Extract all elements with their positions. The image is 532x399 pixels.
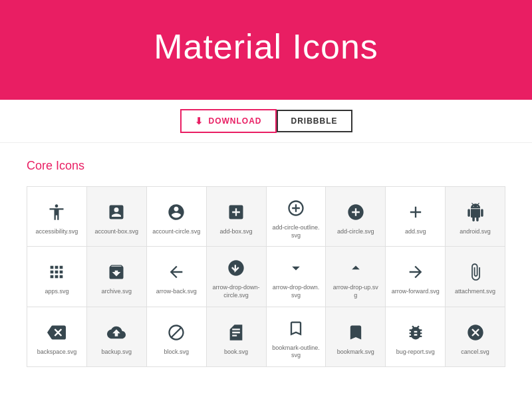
backup-cloud-icon: [104, 321, 128, 344]
dribbble-label: DRIBBBLE: [291, 116, 338, 126]
icon-cell[interactable]: backup.svg: [87, 307, 147, 367]
android-icon: [464, 200, 487, 224]
dribbble-button[interactable]: DRIBBBLE: [277, 110, 352, 132]
plus-box-icon: [224, 200, 248, 224]
icon-cell[interactable]: add.svg: [386, 187, 446, 247]
icon-label: arrow-forward.svg: [392, 288, 440, 296]
backspace-icon: [45, 321, 68, 344]
icon-cell[interactable]: accessibility.svg: [27, 187, 87, 247]
page-title: Material Icons: [13, 27, 519, 66]
person-circle-icon: [164, 200, 188, 224]
icon-cell[interactable]: android.svg: [446, 187, 505, 247]
icon-label: backup.svg: [102, 348, 132, 356]
book-icon: [224, 321, 248, 344]
icon-label: account-box.svg: [95, 228, 139, 236]
icon-cell[interactable]: account-circle.svg: [147, 187, 207, 247]
arrow-down-icon: [284, 256, 308, 280]
icon-label: archive.svg: [102, 288, 132, 296]
icon-label: apps.svg: [45, 288, 68, 296]
icon-cell[interactable]: bookmark.svg: [326, 307, 386, 367]
icon-cell[interactable]: arrow-drop-down.svg: [267, 247, 327, 307]
icon-cell[interactable]: cancel.svg: [446, 307, 505, 367]
main-content: Core Icons accessibility.svgaccount-box.…: [0, 143, 532, 383]
icon-label: arrow-back.svg: [156, 288, 197, 296]
plus-circle-outline-icon: [284, 196, 308, 220]
archive-icon: [104, 260, 128, 284]
icon-label: bug-report.svg: [396, 348, 435, 356]
person-arms-icon: [45, 200, 68, 224]
icon-label: backspace.svg: [37, 348, 77, 356]
icon-cell[interactable]: arrow-drop-up.svg: [326, 247, 386, 307]
plus-icon: [404, 200, 428, 224]
page-header: Material Icons: [0, 0, 532, 100]
arrow-up-icon: [344, 256, 368, 280]
icon-cell[interactable]: book.svg: [207, 307, 267, 367]
bookmark-outline-icon: [284, 317, 308, 340]
block-icon: [164, 321, 188, 344]
icon-cell[interactable]: backspace.svg: [27, 307, 87, 367]
download-icon: ⬇: [195, 116, 203, 126]
icon-label: add.svg: [405, 228, 426, 236]
icon-label: add-circle.svg: [337, 228, 374, 236]
icon-label: cancel.svg: [461, 348, 489, 356]
icon-cell[interactable]: arrow-back.svg: [147, 247, 207, 307]
icon-cell[interactable]: arrow-forward.svg: [386, 247, 446, 307]
icon-label: attachment.svg: [455, 288, 495, 296]
icon-label: add-circle-outline.svg: [272, 224, 321, 239]
icon-label: arrow-drop-up.svg: [331, 284, 380, 299]
cancel-circle-icon: [464, 321, 487, 344]
arrow-down-circle-icon: [224, 256, 248, 280]
icon-label: accessibility.svg: [36, 228, 78, 236]
section-title: Core Icons: [27, 159, 505, 173]
icon-cell[interactable]: attachment.svg: [446, 247, 505, 307]
icon-cell[interactable]: add-circle.svg: [326, 187, 386, 247]
icon-cell[interactable]: bug-report.svg: [386, 307, 446, 367]
icon-cell[interactable]: archive.svg: [87, 247, 147, 307]
plus-circle-filled-icon: [344, 200, 368, 224]
icon-label: book.svg: [224, 348, 248, 356]
icon-cell[interactable]: block.svg: [147, 307, 207, 367]
icon-label: block.svg: [164, 348, 189, 356]
icon-cell[interactable]: add-box.svg: [207, 187, 267, 247]
icon-label: add-box.svg: [220, 228, 253, 236]
icon-label: android.svg: [460, 228, 491, 236]
arrow-left-icon: [164, 260, 188, 284]
action-bar: ⬇ DOWNLOAD DRIBBBLE: [0, 100, 532, 143]
icon-cell[interactable]: arrow-drop-down-circle.svg: [207, 247, 267, 307]
icon-cell[interactable]: apps.svg: [27, 247, 87, 307]
icon-cell[interactable]: account-box.svg: [87, 187, 147, 247]
icon-label: arrow-drop-down-circle.svg: [212, 284, 261, 299]
download-label: DOWNLOAD: [209, 116, 262, 126]
icon-label: bookmark.svg: [337, 348, 374, 356]
person-box-icon: [104, 200, 128, 224]
icon-label: bookmark-outline.svg: [272, 344, 321, 360]
arrow-right-icon: [404, 260, 428, 284]
download-button[interactable]: ⬇ DOWNLOAD: [180, 109, 277, 133]
icon-label: arrow-drop-down.svg: [272, 284, 321, 299]
bookmark-filled-icon: [344, 321, 368, 344]
icon-cell[interactable]: bookmark-outline.svg: [267, 307, 327, 367]
paperclip-icon: [464, 260, 487, 284]
icon-cell[interactable]: add-circle-outline.svg: [267, 187, 327, 247]
icon-label: account-circle.svg: [152, 228, 200, 236]
grid-icon: [45, 260, 68, 284]
bug-icon: [404, 321, 428, 344]
icon-grid: accessibility.svgaccount-box.svgaccount-…: [27, 186, 505, 367]
